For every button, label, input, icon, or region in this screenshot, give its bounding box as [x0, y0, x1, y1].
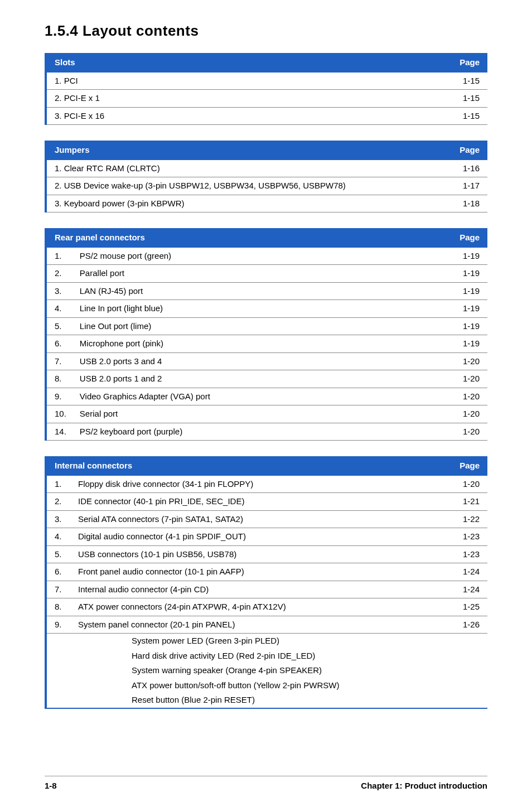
slot-label: 1. PCI	[46, 72, 448, 90]
sub-item-label: Hard disk drive activity LED (Red 2-pin …	[70, 649, 448, 664]
jumpers-header-left: Jumpers	[46, 141, 448, 160]
table-row: 4.Line In port (light blue)1-19	[46, 300, 487, 318]
row-label: Internal audio connector (4-pin CD)	[70, 581, 448, 598]
table-row: 2. PCI-E x 1 1-15	[46, 90, 487, 108]
row-label: IDE connector (40-1 pin PRI_IDE, SEC_IDE…	[70, 493, 448, 511]
table-row: 8.ATX power connectors (24-pin ATXPWR, 4…	[46, 598, 487, 616]
slot-page: 1-15	[448, 90, 487, 108]
row-num: 1.	[46, 475, 70, 493]
jumper-label: 3. Keyboard power (3-pin KBPWR)	[46, 195, 448, 212]
row-page: 1-26	[448, 616, 487, 634]
row-label: Line Out port (lime)	[72, 317, 448, 335]
table-row: 3.Serial ATA connectors (7-pin SATA1, SA…	[46, 510, 487, 528]
row-label: Microphone port (pink)	[72, 335, 448, 353]
sub-item-label: ATX power button/soft-off button (Yellow…	[70, 678, 448, 693]
jumpers-header-right: Page	[448, 141, 487, 160]
row-num: 4.	[46, 300, 72, 318]
row-label: System panel connector (20-1 pin PANEL)	[70, 616, 448, 634]
row-num: 9.	[46, 616, 70, 634]
row-num: 6.	[46, 335, 72, 353]
slot-page: 1-15	[448, 72, 487, 90]
row-page: 1-19	[448, 300, 487, 318]
jumper-page: 1-16	[448, 160, 487, 177]
row-num: 3.	[46, 282, 72, 300]
jumper-page: 1-17	[448, 177, 487, 195]
sub-item: Reset button (Blue 2-pin RESET)	[46, 693, 487, 708]
internal-header-right: Page	[448, 457, 487, 475]
table-row: 1. PCI 1-15	[46, 72, 487, 90]
row-page: 1-20	[448, 388, 487, 405]
table-row: 14.PS/2 keyboard port (purple)1-20	[46, 423, 487, 441]
row-page: 1-25	[448, 598, 487, 616]
table-row: 2. USB Device wake-up (3-pin USBPW12, US…	[46, 177, 487, 195]
jumpers-table: Jumpers Page 1. Clear RTC RAM (CLRTC) 1-…	[45, 141, 487, 212]
row-page: 1-24	[448, 581, 487, 598]
row-num: 5.	[46, 317, 72, 335]
table-row: 10.Serial port1-20	[46, 405, 487, 423]
slots-table: Slots Page 1. PCI 1-15 2. PCI-E x 1 1-15…	[45, 53, 487, 125]
sub-item: System warning speaker (Orange 4-pin SPE…	[46, 663, 487, 678]
row-label: USB connectors (10-1 pin USB56, USB78)	[70, 545, 448, 563]
row-page: 1-20	[448, 475, 487, 493]
row-page: 1-19	[448, 265, 487, 283]
row-page: 1-21	[448, 493, 487, 511]
row-label: USB 2.0 ports 1 and 2	[72, 370, 448, 388]
row-label: LAN (RJ-45) port	[72, 282, 448, 300]
row-label: Floppy disk drive connector (34-1 pin FL…	[70, 475, 448, 493]
row-label: Line In port (light blue)	[72, 300, 448, 318]
sub-item: Hard disk drive activity LED (Red 2-pin …	[46, 649, 487, 664]
row-page: 1-19	[448, 335, 487, 353]
row-num: 8.	[46, 370, 72, 388]
row-page: 1-23	[448, 528, 487, 546]
slot-label: 2. PCI-E x 1	[46, 90, 448, 108]
rear-panel-table: Rear panel connectors Page 1.PS/2 mouse …	[45, 228, 487, 441]
table-row: 1.PS/2 mouse port (green)1-19	[46, 247, 487, 265]
row-page: 1-24	[448, 563, 487, 581]
row-label: Front panel audio connector (10-1 pin AA…	[70, 563, 448, 581]
page-footer: 1-8 Chapter 1: Product introduction	[45, 776, 487, 790]
sub-item-label: System power LED (Green 3-pin PLED)	[70, 634, 448, 649]
row-num: 5.	[46, 545, 70, 563]
row-num: 7.	[46, 352, 72, 370]
row-num: 8.	[46, 598, 70, 616]
row-label: Serial port	[72, 405, 448, 423]
footer-chapter-title: Chapter 1: Product introduction	[361, 781, 487, 790]
internal-connectors-table: Internal connectors Page 1.Floppy disk d…	[45, 456, 487, 709]
row-label: PS/2 keyboard port (purple)	[72, 423, 448, 441]
table-row: 3. Keyboard power (3-pin KBPWR) 1-18	[46, 195, 487, 212]
internal-header-left: Internal connectors	[46, 457, 448, 475]
rear-header-left: Rear panel connectors	[46, 229, 448, 247]
row-label: Digital audio connector (4-1 pin SPDIF_O…	[70, 528, 448, 546]
table-row: 5.USB connectors (10-1 pin USB56, USB78)…	[46, 545, 487, 563]
footer-page-number: 1-8	[45, 781, 57, 790]
table-row: 4.Digital audio connector (4-1 pin SPDIF…	[46, 528, 487, 546]
table-row: 8.USB 2.0 ports 1 and 21-20	[46, 370, 487, 388]
row-label: PS/2 mouse port (green)	[72, 247, 448, 265]
row-num: 10.	[46, 405, 72, 423]
row-label: ATX power connectors (24-pin ATXPWR, 4-p…	[70, 598, 448, 616]
table-row: 2.Parallel port1-19	[46, 265, 487, 283]
row-num: 7.	[46, 581, 70, 598]
row-page: 1-20	[448, 370, 487, 388]
row-label: USB 2.0 ports 3 and 4	[72, 352, 448, 370]
sub-item: ATX power button/soft-off button (Yellow…	[46, 678, 487, 693]
row-num: 14.	[46, 423, 72, 441]
row-label: Serial ATA connectors (7-pin SATA1, SATA…	[70, 510, 448, 528]
slot-page: 1-15	[448, 107, 487, 125]
table-row: 3. PCI-E x 16 1-15	[46, 107, 487, 125]
table-row: 1. Clear RTC RAM (CLRTC) 1-16	[46, 160, 487, 177]
table-row: 7.USB 2.0 ports 3 and 41-20	[46, 352, 487, 370]
jumper-label: 1. Clear RTC RAM (CLRTC)	[46, 160, 448, 177]
table-row: 9.System panel connector (20-1 pin PANEL…	[46, 616, 487, 634]
table-row: 2.IDE connector (40-1 pin PRI_IDE, SEC_I…	[46, 493, 487, 511]
section-heading: 1.5.4 Layout contents	[45, 22, 487, 40]
sub-item-label: System warning speaker (Orange 4-pin SPE…	[70, 663, 448, 678]
slots-header-right: Page	[448, 54, 487, 72]
table-row: 6.Front panel audio connector (10-1 pin …	[46, 563, 487, 581]
row-page: 1-20	[448, 423, 487, 441]
row-num: 3.	[46, 510, 70, 528]
row-page: 1-19	[448, 317, 487, 335]
slots-header-left: Slots	[46, 54, 448, 72]
rear-header-right: Page	[448, 229, 487, 247]
table-row: 5.Line Out port (lime)1-19	[46, 317, 487, 335]
